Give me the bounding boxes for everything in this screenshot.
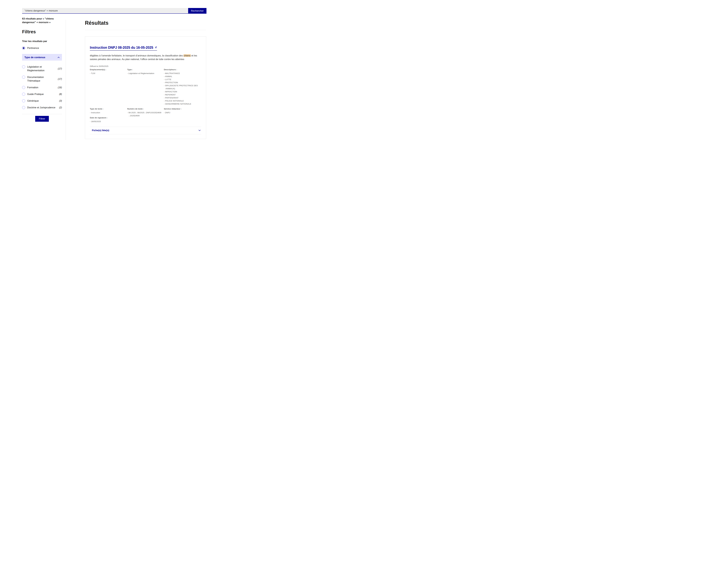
service-redacteur-label: Service rédacteur : — [164, 107, 201, 110]
metadata-date-signature: Date de signature : - 16/05/2025 — [90, 116, 127, 123]
descripteur-item: - INFRACTION — [164, 90, 201, 93]
chevron-up-icon — [58, 57, 60, 58]
date-signature-label: Date de signature : — [90, 116, 127, 119]
content-type-count: (17) — [58, 67, 62, 70]
content-type-label: Documentation Thématique — [27, 75, 56, 83]
radio-unselected-icon[interactable] — [22, 106, 25, 109]
content-type-count: (3) — [59, 99, 62, 103]
descripteur-item: - POLICE NATIONALE — [164, 99, 201, 102]
result-title-link[interactable]: Instruction DNPJ 08-2025 du 16-05-2025 — [90, 46, 157, 50]
content-type-option[interactable]: Guide Pratique (8) — [22, 92, 62, 96]
results-count-summary: 63 résultats pour « "chiens dangereux" +… — [22, 17, 56, 24]
content-area: 63 résultats pour « "chiens dangereux" +… — [22, 17, 227, 140]
metadata-type: Type : - Législation et Réglementation — [127, 68, 164, 105]
accordion-title: Type de contenus — [24, 56, 45, 59]
result-card: Instruction DNPJ 08-2025 du 16-05-2025 é… — [85, 36, 206, 139]
search-button[interactable]: Rechercher — [188, 8, 207, 14]
chevron-down-icon — [198, 130, 201, 131]
sort-option-pertinence[interactable]: Pertinence — [22, 46, 62, 49]
metadata-type-texte: Type de texte : - Instruction — [90, 107, 127, 114]
filters-heading: Filtres — [22, 29, 62, 35]
result-metadata-grid: Emplacement(s) : - TLR/ Type : - Législa… — [90, 68, 201, 123]
metadata-service-redacteur: Service rédacteur : - DNPJ — [164, 107, 201, 123]
content-type-count: (16) — [58, 86, 62, 89]
descripteur-item: - SPA (SOCIETE PROTECTRICE DES ANIMAUX) — [164, 84, 201, 90]
content-type-label: Générique — [27, 99, 57, 103]
search-bar: Rechercher — [22, 8, 207, 14]
radio-unselected-icon[interactable] — [22, 65, 25, 68]
content-type-option[interactable]: Documentation Thématique (17) — [22, 75, 62, 83]
radio-selected-icon[interactable] — [22, 46, 25, 49]
apply-filters-button[interactable]: Filtrer — [35, 116, 49, 122]
content-type-count: (2) — [59, 106, 62, 109]
search-results-page: Rechercher 63 résultats pour « "chiens d… — [0, 0, 227, 147]
result-title-row: Instruction DNPJ 08-2025 du 16-05-2025 — [90, 46, 201, 50]
numero-texte-value: - 08-2025 ; 08/2025 ; DNPJ/2025D/609 ; 2… — [127, 111, 162, 117]
descripteur-item: - PROTECTION — [164, 81, 201, 84]
content-type-option[interactable]: Législation et Réglementation (17) — [22, 65, 62, 72]
type-texte-label: Type de texte : — [90, 107, 127, 110]
emplacement-label: Emplacement(s) : — [90, 68, 127, 71]
metadata-descripteurs: Descripteurs : - MALTRAITANCE- ANIMAL- L… — [164, 68, 201, 105]
vertical-separator — [66, 20, 66, 140]
result-title-text: Instruction DNPJ 08-2025 du 16-05-2025 — [90, 46, 153, 49]
content-type-label: Doctrine et Jurisprudence — [27, 106, 57, 109]
descripteur-item: - REFERENT — [164, 93, 201, 96]
descripteur-item: - MALTRAITANCE — [164, 72, 201, 75]
results-page-title: Résultats — [85, 20, 206, 26]
results-main: Résultats Instruction DNPJ 08-2025 du 16… — [85, 17, 206, 140]
service-redacteur-value: - DNPJ — [164, 111, 201, 114]
radio-unselected-icon[interactable] — [22, 99, 25, 102]
content-type-count: (8) — [59, 92, 62, 96]
results-divider — [85, 30, 206, 30]
search-input[interactable] — [22, 8, 188, 14]
content-type-option[interactable]: Générique (3) — [22, 99, 62, 103]
radio-unselected-icon[interactable] — [22, 92, 25, 96]
descripteur-item: - PARTENARIAT — [164, 96, 201, 99]
excerpt-text-before: éligibles à l’amende forfaitaire, le tra… — [90, 54, 184, 57]
date-signature-value: - 16/05/2025 — [90, 120, 127, 123]
descripteurs-label: Descripteurs : — [164, 68, 201, 71]
radio-unselected-icon[interactable] — [22, 76, 25, 79]
metadata-numero-texte: Numéro de texte : - 08-2025 ; 08/2025 ; … — [127, 107, 164, 123]
emplacement-value: - TLR/ — [90, 72, 127, 75]
content-type-count: (17) — [58, 77, 62, 81]
content-type-filter-list: Législation et Réglementation (17) Docum… — [22, 65, 62, 109]
excerpt-highlight: chiens — [184, 54, 191, 57]
numero-texte-label: Numéro de texte : — [127, 107, 164, 110]
filter-button-container: Filtrer — [22, 116, 62, 122]
filters-sidebar: 63 résultats pour « "chiens dangereux" +… — [22, 17, 62, 140]
fiches-liees-accordion[interactable]: Fiche(s) liée(s) — [90, 127, 201, 134]
sort-option-label: Pertinence — [27, 47, 39, 49]
descripteur-item: - GENDARMERIE NATIONALE — [164, 102, 201, 105]
type-label: Type : — [127, 68, 164, 71]
content-type-option[interactable]: Formation (16) — [22, 86, 62, 89]
metadata-emplacement: Emplacement(s) : - TLR/ — [90, 68, 127, 105]
external-link-icon — [155, 46, 157, 48]
result-excerpt: éligibles à l’amende forfaitaire, le tra… — [90, 54, 197, 61]
type-value: - Législation et Réglementation — [127, 72, 164, 75]
radio-unselected-icon[interactable] — [22, 86, 25, 89]
published-date: Diffusé le 20/05/2025 — [90, 65, 201, 67]
descripteur-item: - ANIMAL — [164, 75, 201, 78]
accordion-type-de-contenus[interactable]: Type de contenus — [22, 54, 62, 61]
descripteur-item: - LUTTE — [164, 78, 201, 81]
content-type-option[interactable]: Doctrine et Jurisprudence (2) — [22, 106, 62, 109]
sort-by-label: Trier les résultats par — [22, 40, 62, 43]
content-type-label: Législation et Réglementation — [27, 65, 56, 72]
content-type-label: Guide Pratique — [27, 92, 57, 96]
descripteurs-list: - MALTRAITANCE- ANIMAL- LUTTE- PROTECTIO… — [164, 72, 201, 105]
metadata-type-texte-et-date: Type de texte : - Instruction Date de si… — [90, 107, 127, 123]
type-texte-value: - Instruction — [90, 111, 127, 114]
fiches-liees-label: Fiche(s) liée(s) — [92, 129, 109, 132]
content-type-label: Formation — [27, 86, 56, 89]
